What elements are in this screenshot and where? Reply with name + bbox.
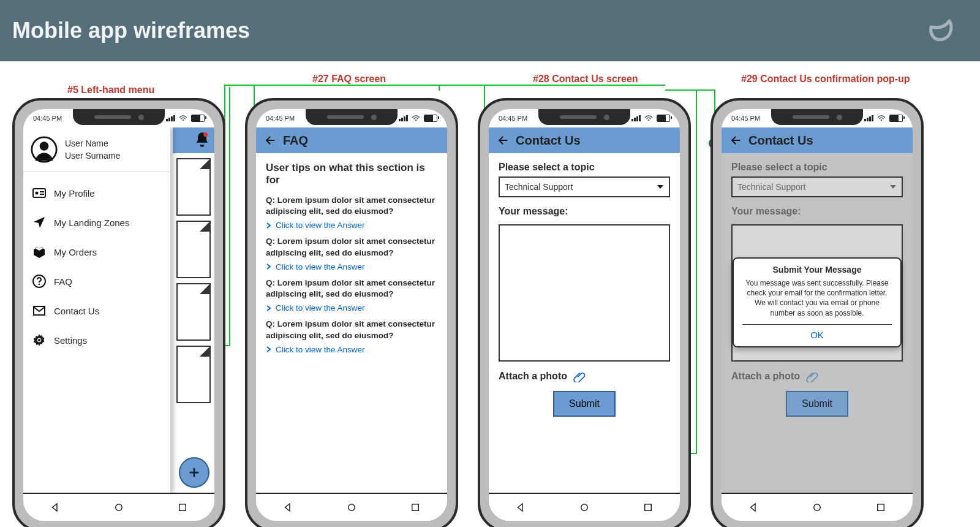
menu-item-orders[interactable]: My Orders — [23, 237, 170, 267]
nav-home-icon[interactable] — [113, 502, 124, 513]
faq-question: Q: Lorem ipsum dolor sit amet consectetu… — [256, 190, 447, 217]
confirmation-popup: Submit Your Message You message was sent… — [733, 257, 902, 347]
android-navbar — [722, 493, 913, 521]
chevron-right-icon — [266, 222, 272, 229]
menu-item-landing-zones[interactable]: My Landing Zones — [23, 208, 170, 237]
paperclip-icon — [573, 370, 586, 382]
back-arrow-icon[interactable] — [263, 134, 277, 147]
back-arrow-icon[interactable] — [496, 134, 510, 147]
svg-point-13 — [349, 504, 355, 511]
android-navbar — [23, 493, 214, 521]
attach-photo: Attach a photo — [722, 362, 913, 391]
wifi-icon — [644, 115, 653, 122]
status-clock: 04:45 PM — [731, 115, 760, 122]
faq-question: Q: Lorem ipsum dolor sit amet consectetu… — [256, 273, 447, 300]
attach-photo[interactable]: Attach a photo — [489, 362, 680, 391]
nav-home-icon[interactable] — [579, 502, 590, 513]
svg-rect-16 — [645, 504, 652, 511]
avatar-icon — [31, 136, 58, 163]
nav-back-icon[interactable] — [748, 502, 759, 513]
phone-contact: 04:45 PM Contact Us Please select a topi… — [478, 98, 691, 527]
nav-back-icon[interactable] — [50, 502, 61, 513]
faq-heading: User tips on what this section is for — [256, 153, 447, 190]
fab-add-button[interactable] — [179, 457, 209, 488]
phone-left-menu: 04:45 PM — [12, 98, 225, 527]
app-bar-title: Contact Us — [748, 134, 813, 148]
topic-value: Technical Support — [505, 182, 573, 192]
phone-notch — [306, 109, 398, 125]
message-label: Your message: — [489, 197, 680, 221]
phone-notch — [771, 109, 863, 125]
flow-line — [665, 89, 714, 91]
menu-item-faq[interactable]: FAQ — [23, 267, 170, 296]
faq-question: Q: Lorem ipsum dolor sit amet consectetu… — [256, 314, 447, 341]
wifi-icon — [877, 115, 886, 122]
nav-recent-icon[interactable] — [177, 502, 188, 513]
nav-recent-icon[interactable] — [410, 502, 421, 513]
topic-label: Please select a topic — [722, 153, 913, 176]
submit-button[interactable]: Submit — [553, 391, 616, 417]
faq-answer-link[interactable]: Click to view the Answer — [256, 341, 447, 355]
faq-question: Q: Lorem ipsum dolor sit amet consectetu… — [256, 231, 447, 258]
nav-home-icon[interactable] — [812, 502, 823, 513]
menu-label: FAQ — [54, 276, 72, 287]
svg-rect-18 — [878, 504, 884, 511]
menu-label: My Orders — [54, 247, 97, 257]
back-arrow-icon[interactable] — [729, 134, 742, 147]
faq-answer-link[interactable]: Click to view the Answer — [256, 300, 447, 314]
topic-value: Technical Support — [737, 182, 805, 192]
message-label: Your message: — [722, 197, 913, 221]
bell-icon[interactable] — [194, 131, 211, 148]
app-bar-title: Contact Us — [516, 134, 581, 148]
page-banner: Mobile app wireframes — [0, 0, 980, 61]
topic-select[interactable]: Technical Support — [499, 176, 670, 197]
paperclip-icon — [806, 370, 818, 382]
flow-line — [696, 89, 697, 454]
wifi-icon — [179, 115, 187, 122]
menu-label: Settings — [54, 335, 87, 346]
topic-select: Technical Support — [731, 176, 903, 197]
message-textarea[interactable] — [499, 224, 670, 362]
popup-ok-button[interactable]: OK — [742, 325, 892, 340]
chevron-down-icon — [657, 183, 664, 191]
faq-answer-link[interactable]: Click to view the Answer — [256, 217, 447, 231]
box-icon — [32, 245, 47, 259]
chevron-down-icon — [889, 183, 897, 191]
menu-user-block[interactable]: User Name User Surname — [23, 127, 170, 172]
chevron-right-icon — [266, 264, 272, 270]
gear-icon — [32, 333, 47, 347]
caption-s5: #5 Left-hand menu — [67, 85, 154, 96]
menu-background-preview — [173, 127, 214, 493]
svg-rect-12 — [179, 504, 186, 511]
app-bar: Contact Us — [722, 127, 913, 153]
svg-point-2 — [40, 142, 49, 151]
phone-notch — [73, 109, 165, 125]
status-clock: 04:45 PM — [33, 115, 62, 122]
app-bar: Contact Us — [489, 127, 680, 153]
menu-item-contact[interactable]: Contact Us — [23, 296, 170, 325]
svg-point-11 — [116, 504, 123, 511]
nav-back-icon[interactable] — [282, 502, 293, 513]
caption-s29: #29 Contact Us confirmation pop-up — [741, 74, 910, 85]
svg-point-10 — [38, 339, 40, 341]
menu-item-profile[interactable]: My Profile — [23, 178, 170, 208]
menu-item-settings[interactable]: Settings — [23, 325, 170, 355]
popup-title: Submit Your Message — [742, 265, 892, 275]
mail-icon — [32, 303, 47, 318]
svg-point-17 — [814, 504, 821, 511]
svg-point-0 — [203, 132, 208, 137]
svg-rect-3 — [33, 189, 45, 197]
nav-recent-icon[interactable] — [875, 502, 886, 513]
phone-notch — [538, 109, 630, 125]
popup-body: You message was sent successfully. Pleas… — [742, 278, 892, 325]
svg-point-6 — [39, 284, 40, 286]
nav-home-icon[interactable] — [346, 502, 357, 513]
menu-label: Contact Us — [54, 306, 99, 316]
wireframe-board: #5 Left-hand menu #27 FAQ screen #28 Con… — [0, 61, 980, 527]
topic-label: Please select a topic — [489, 153, 680, 176]
phone-faq: 04:45 PM FAQ User tips on what this sect… — [245, 98, 458, 527]
nav-recent-icon[interactable] — [643, 502, 654, 513]
status-clock: 04:45 PM — [499, 115, 527, 122]
nav-back-icon[interactable] — [515, 502, 526, 513]
faq-answer-link[interactable]: Click to view the Answer — [256, 259, 447, 273]
